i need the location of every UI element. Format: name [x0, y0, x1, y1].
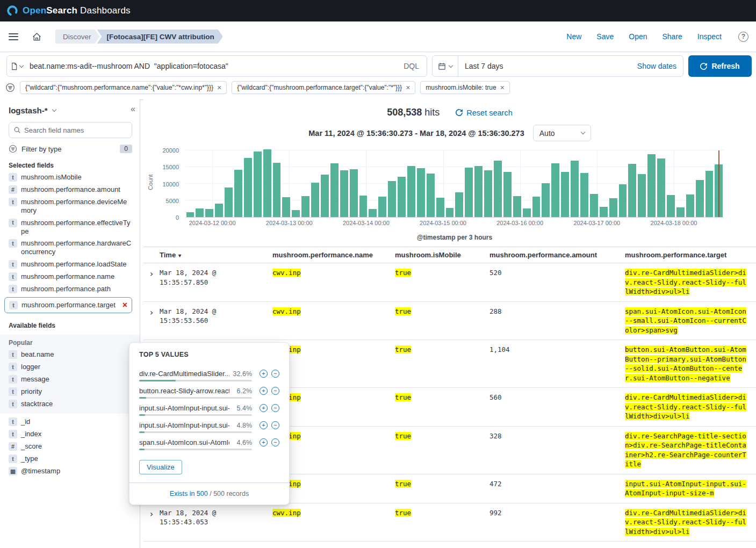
field-item[interactable]: tmushroom.performance.deviceMemory	[9, 198, 132, 215]
visualize-button[interactable]: Visualize	[139, 460, 182, 474]
action-save[interactable]: Save	[596, 32, 614, 41]
filter-by-type-button[interactable]: Filter by type 0	[9, 145, 132, 153]
histogram-bar[interactable]	[254, 152, 262, 217]
histogram-bar[interactable]	[186, 212, 195, 217]
histogram-bar[interactable]	[369, 209, 377, 217]
histogram-bar[interactable]	[494, 161, 502, 217]
query-input[interactable]	[27, 62, 396, 70]
histogram-bar[interactable]	[676, 207, 685, 217]
field-item[interactable]: tmushroom.performance.hardwareConcurrenc…	[9, 239, 132, 256]
histogram-bar[interactable]	[484, 170, 492, 217]
histogram-bar[interactable]	[340, 170, 348, 217]
histogram-bar[interactable]	[446, 208, 454, 217]
remove-filter-icon[interactable]: ×	[217, 85, 221, 90]
histogram-bar[interactable]	[321, 175, 329, 217]
field-item[interactable]: tlogger	[9, 363, 132, 371]
field-item[interactable]: tmushroom.performance.loadState	[9, 260, 132, 269]
histogram-bar[interactable]	[330, 163, 339, 217]
histogram-bar[interactable]	[407, 166, 415, 217]
histogram-bar[interactable]	[273, 163, 281, 217]
filter-pill[interactable]: {"wildcard":{"mushroom.performance.targe…	[232, 81, 415, 94]
filter-out-value-button[interactable]: −	[271, 421, 279, 429]
search-fields-input[interactable]	[9, 122, 132, 138]
histogram-bar[interactable]	[571, 161, 579, 217]
filter-for-value-button[interactable]: +	[260, 421, 268, 429]
histogram-bar[interactable]	[388, 181, 396, 217]
histogram-bar[interactable]	[234, 170, 242, 217]
filter-pill[interactable]: mushroom.isMobile: true×	[420, 81, 510, 94]
histogram-bar[interactable]	[417, 168, 425, 217]
action-new[interactable]: New	[566, 32, 581, 41]
help-icon[interactable]: ?	[738, 32, 748, 42]
expand-row-icon[interactable]: ›	[143, 263, 160, 302]
filter-for-value-button[interactable]: +	[260, 438, 268, 446]
histogram-bar[interactable]	[657, 158, 665, 217]
histogram-bar[interactable]	[378, 197, 386, 217]
field-item[interactable]: #mushroom.performance.amount	[9, 185, 132, 194]
histogram-bar[interactable]	[350, 169, 358, 217]
filter-out-value-button[interactable]: −	[271, 387, 279, 395]
action-inspect[interactable]: Inspect	[697, 32, 722, 41]
filter-for-value-button[interactable]: +	[260, 370, 268, 378]
field-item[interactable]: tmushroom.performance.effectiveType	[9, 219, 132, 236]
filter-pill[interactable]: {"wildcard":{"mushroom.performance.name"…	[20, 81, 227, 94]
field-item[interactable]: tstacktrace	[9, 400, 132, 408]
histogram-bar[interactable]	[474, 166, 483, 217]
remove-filter-icon[interactable]: ×	[500, 85, 505, 90]
histogram-bar[interactable]	[503, 172, 512, 217]
histogram-plot[interactable]	[185, 150, 724, 218]
field-item[interactable]: t_id	[9, 417, 132, 426]
histogram-bar[interactable]	[619, 184, 627, 217]
filter-out-value-button[interactable]: −	[271, 370, 279, 378]
expand-row-icon[interactable]: ›	[143, 301, 160, 340]
field-item[interactable]: tmushroom.performance.path	[9, 285, 132, 293]
histogram-bar[interactable]	[398, 177, 406, 217]
histogram-bar[interactable]	[696, 180, 704, 217]
histogram-bar[interactable]	[580, 173, 588, 217]
histogram-bar[interactable]	[590, 194, 598, 217]
histogram-bar[interactable]	[225, 188, 233, 217]
histogram-bar[interactable]	[600, 207, 608, 217]
field-item[interactable]: ▦@timestamp	[9, 467, 132, 475]
menu-icon[interactable]	[9, 33, 18, 40]
remove-field-button[interactable]: ×	[123, 302, 127, 308]
filter-out-value-button[interactable]: −	[271, 438, 279, 446]
home-icon[interactable]	[32, 32, 41, 41]
histogram-bar[interactable]	[465, 168, 473, 217]
field-item[interactable]: tbeat.name	[9, 350, 132, 359]
field-item[interactable]: #_score	[9, 442, 132, 451]
exists-link[interactable]: Exists in 500	[170, 490, 208, 497]
index-pattern-selector[interactable]: logstash-*	[9, 106, 132, 115]
histogram-bar[interactable]	[263, 149, 271, 217]
calendar-icon[interactable]	[433, 56, 458, 76]
histogram-bar[interactable]	[705, 171, 714, 217]
show-dates-button[interactable]: Show dates	[631, 62, 683, 70]
action-open[interactable]: Open	[629, 32, 647, 41]
filter-options-icon[interactable]	[5, 83, 15, 92]
reset-search-button[interactable]: Reset search	[456, 109, 512, 117]
histogram-bar[interactable]	[436, 198, 444, 217]
histogram-bar[interactable]	[359, 196, 368, 217]
histogram-bar[interactable]	[647, 154, 656, 217]
histogram-bar[interactable]	[205, 209, 213, 217]
time-range-button[interactable]: Last 7 days	[458, 62, 510, 70]
histogram-bar[interactable]	[609, 198, 617, 217]
field-item[interactable]: t_type	[9, 455, 132, 463]
histogram-bar[interactable]	[532, 197, 541, 217]
field-item[interactable]: tpriority	[9, 387, 132, 396]
histogram-bar[interactable]	[551, 163, 559, 217]
histogram-bar[interactable]	[561, 172, 569, 217]
column-header[interactable]: Time▾	[160, 247, 272, 263]
histogram-bar[interactable]	[523, 208, 531, 217]
histogram-bar[interactable]	[638, 174, 646, 217]
histogram-bar[interactable]	[292, 210, 300, 217]
histogram-bar[interactable]	[628, 164, 636, 217]
field-item[interactable]: tmushroom.performance.name	[9, 272, 132, 281]
field-item[interactable]: t_index	[9, 430, 132, 438]
filter-out-value-button[interactable]: −	[271, 404, 279, 412]
histogram-bar[interactable]	[427, 174, 435, 217]
action-share[interactable]: Share	[663, 32, 682, 41]
histogram-bar[interactable]	[196, 208, 204, 217]
breadcrumb-discover[interactable]: Discover	[55, 30, 100, 44]
remove-filter-icon[interactable]: ×	[406, 85, 410, 90]
